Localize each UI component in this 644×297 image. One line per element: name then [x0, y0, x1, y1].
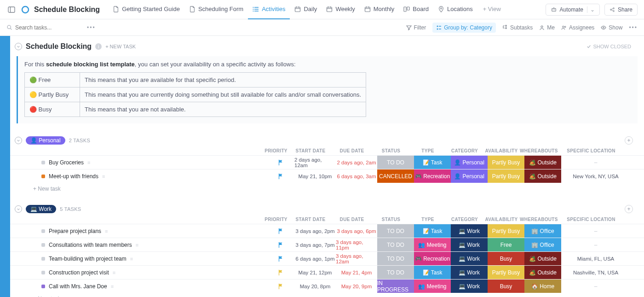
type-cell[interactable]: 📝 Task [414, 224, 451, 238]
task-row[interactable]: Meet-up with friends ≡ May 21, 10pm 6 da… [10, 169, 644, 183]
priority-cell[interactable] [267, 252, 294, 265]
task-menu-icon[interactable]: ≡ [102, 174, 105, 179]
group-collapse-icon[interactable] [15, 205, 22, 213]
priority-cell[interactable] [267, 169, 294, 183]
status-cell[interactable]: CANCELLED [377, 169, 414, 183]
priority-cell[interactable] [267, 224, 294, 238]
start-date-cell[interactable]: May 21, 12pm [294, 266, 336, 279]
add-view-button[interactable]: + View [478, 0, 506, 19]
availability-cell[interactable]: Partly Busy [488, 156, 524, 169]
task-row[interactable]: Call with Mrs. Jane Doe ≡ May 20, 8pm Ma… [10, 279, 644, 293]
type-cell[interactable]: 🎮 Recreation [414, 169, 451, 183]
task-row[interactable]: Consultations with team members ≡ 3 days… [10, 238, 644, 251]
show-button[interactable]: Show [601, 24, 622, 31]
whereabouts-cell[interactable]: 🏕️ Outside [524, 252, 561, 265]
group-pill[interactable]: 💻 Work [26, 205, 56, 213]
tab-weekly[interactable]: Weekly [322, 0, 359, 19]
location-cell[interactable]: – [561, 224, 630, 238]
whereabouts-cell[interactable]: 🏕️ Outside [524, 169, 561, 183]
type-cell[interactable]: 👥 Meeting [414, 238, 451, 251]
location-cell[interactable]: New York, NY, USA [561, 169, 630, 183]
whereabouts-cell[interactable]: 🏢 Office [524, 224, 561, 238]
type-cell[interactable]: 📝 Task [414, 266, 451, 279]
tab-getting-started-guide[interactable]: Getting Started Guide [108, 0, 184, 19]
priority-cell[interactable] [267, 266, 294, 279]
availability-cell[interactable]: Partly Busy [488, 169, 524, 183]
priority-cell[interactable] [267, 156, 294, 169]
start-date-cell[interactable]: 6 days ago, 1pm [294, 252, 336, 265]
location-cell[interactable]: Nashville, TN, USA [561, 266, 630, 279]
task-row[interactable]: Prepare project plans ≡ 3 days ago, 2pm … [10, 224, 644, 238]
availability-cell[interactable]: Busy [488, 280, 524, 293]
due-date-cell[interactable]: May 20, 9pm [336, 280, 377, 293]
tab-activities[interactable]: Activities [248, 0, 290, 19]
priority-cell[interactable] [267, 238, 294, 251]
category-cell[interactable]: 👤 Personal [451, 169, 488, 183]
due-date-cell[interactable]: 6 days ago, 3am [336, 169, 377, 183]
due-date-cell[interactable]: 3 days ago, 6pm [336, 224, 377, 238]
status-cell[interactable]: IN PROGRESS [377, 280, 414, 293]
task-menu-icon[interactable]: ≡ [130, 256, 133, 262]
new-task-button[interactable]: + NEW TASK [105, 44, 136, 49]
more-icon[interactable]: ••• [87, 24, 96, 31]
task-menu-icon[interactable]: ≡ [87, 160, 90, 165]
task-row[interactable]: Construction project visit ≡ May 21, 12p… [10, 265, 644, 279]
group-collapse-icon[interactable] [15, 137, 22, 144]
status-cell[interactable]: TO DO [377, 252, 414, 265]
task-menu-icon[interactable]: ≡ [113, 270, 115, 275]
location-cell[interactable]: – [561, 238, 630, 251]
group-by-button[interactable]: Group by: Category [432, 23, 496, 33]
whereabouts-cell[interactable]: 🏠 Home [524, 280, 561, 293]
status-cell[interactable]: TO DO [377, 238, 414, 251]
tab-scheduling-form[interactable]: Scheduling Form [184, 0, 248, 19]
status-cell[interactable]: TO DO [377, 266, 414, 279]
start-date-cell[interactable]: 2 days ago, 12am [294, 156, 336, 169]
type-cell[interactable]: 👥 Meeting [414, 280, 451, 293]
status-cell[interactable]: TO DO [377, 224, 414, 238]
show-closed-button[interactable]: SHOW CLOSED [586, 44, 639, 49]
due-date-cell[interactable]: 3 days ago, 12am [336, 252, 377, 265]
due-date-cell[interactable]: 2 days ago, 2am [336, 156, 377, 169]
location-cell[interactable]: Miami, FL, USA [561, 252, 630, 265]
new-task-row[interactable]: + New task [10, 183, 644, 192]
start-date-cell[interactable]: May 21, 10pm [294, 169, 336, 183]
category-cell[interactable]: 💻 Work [451, 252, 488, 265]
availability-cell[interactable]: Busy [488, 252, 524, 265]
collapse-toggle-icon[interactable] [15, 43, 22, 50]
add-column-button[interactable]: + [625, 136, 633, 145]
tab-locations[interactable]: Locations [433, 0, 477, 19]
type-cell[interactable]: 🎮 Recreation [414, 252, 451, 265]
add-column-button[interactable]: + [625, 205, 633, 213]
filter-button[interactable]: Filter [406, 24, 426, 31]
search-input[interactable] [15, 24, 70, 31]
category-cell[interactable]: 💻 Work [451, 280, 488, 293]
whereabouts-cell[interactable]: 🏢 Office [524, 238, 561, 251]
tab-daily[interactable]: Daily [290, 0, 322, 19]
automate-button[interactable]: Automate ⌄ [546, 4, 600, 16]
task-row[interactable]: Buy Groceries ≡ 2 days ago, 12am 2 days … [10, 155, 644, 169]
category-cell[interactable]: 💻 Work [451, 266, 488, 279]
availability-cell[interactable]: Free [488, 238, 524, 251]
info-icon[interactable]: i [95, 43, 102, 50]
share-button[interactable]: Share [604, 4, 638, 16]
status-cell[interactable]: TO DO [377, 156, 414, 169]
whereabouts-cell[interactable]: 🏕️ Outside [524, 266, 561, 279]
task-row[interactable]: Team-building with project team ≡ 6 days… [10, 251, 644, 265]
task-menu-icon[interactable]: ≡ [105, 228, 108, 234]
type-cell[interactable]: 📝 Task [414, 156, 451, 169]
start-date-cell[interactable]: May 20, 8pm [294, 280, 336, 293]
tab-board[interactable]: Board [399, 0, 433, 19]
chevron-down-icon[interactable]: ⌄ [587, 6, 595, 13]
category-cell[interactable]: 💻 Work [451, 238, 488, 251]
task-menu-icon[interactable]: ≡ [136, 242, 138, 248]
category-cell[interactable]: 👤 Personal [451, 156, 488, 169]
whereabouts-cell[interactable]: 🏕️ Outside [524, 156, 561, 169]
group-pill[interactable]: 👤 Personal [26, 136, 65, 145]
tab-monthly[interactable]: Monthly [360, 0, 399, 19]
location-cell[interactable]: – [561, 280, 630, 293]
due-date-cell[interactable]: May 21, 4pm [336, 266, 377, 279]
panel-toggle-icon[interactable] [6, 5, 17, 15]
due-date-cell[interactable]: 3 days ago, 11pm [336, 238, 377, 251]
task-menu-icon[interactable]: ≡ [111, 284, 114, 289]
priority-cell[interactable] [267, 280, 294, 293]
